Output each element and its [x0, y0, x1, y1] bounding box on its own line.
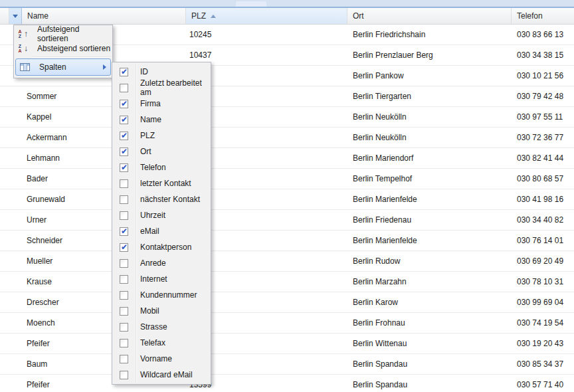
checkbox-icon[interactable] — [120, 371, 128, 379]
cell-ort: Berlin Spandau — [347, 359, 512, 369]
menu-item-sort-ascending[interactable]: AZ↑ Aufsteigend sortieren — [14, 27, 112, 41]
table-row[interactable]: Kappel Berlin Neukölln 030 97 55 11 — [0, 107, 574, 128]
column-toggle-item[interactable]: Kundennummer — [112, 287, 211, 303]
column-toggle-item[interactable]: Zuletzt bearbeitet am — [112, 80, 211, 96]
column-toggle-item[interactable]: letzter Kontakt — [112, 175, 211, 191]
column-toggle-label: Uhrzeit — [136, 211, 165, 220]
cell-telefon: 030 85 34 37 — [512, 359, 574, 369]
table-row[interactable]: Mueller Berlin Rudow 030 69 20 49 — [0, 251, 574, 272]
table-row[interactable]: Moench Berlin Frohnau 030 74 19 54 — [0, 313, 574, 334]
checkbox-icon[interactable] — [120, 275, 128, 284]
column-header-telefon[interactable]: Telefon — [512, 8, 574, 25]
checkbox-icon[interactable] — [120, 339, 128, 347]
table-row[interactable]: Pfeifer 13599 Berlin Spandau 030 57 71 4… — [0, 375, 574, 392]
column-toggle-label: Strasse — [136, 322, 167, 332]
column-header-plz[interactable]: PLZ — [186, 8, 347, 25]
checkbox-icon[interactable] — [120, 147, 128, 156]
cell-telefon: 030 80 68 57 — [512, 174, 574, 183]
column-toggle-label: nächster Kontakt — [136, 195, 200, 204]
checkbox-icon[interactable] — [120, 68, 128, 76]
column-toggle-label: Internet — [136, 274, 167, 284]
checkbox-icon[interactable] — [120, 227, 128, 236]
table-row[interactable]: Bader Berlin Tempelhof 030 80 68 57 — [0, 169, 574, 189]
checkbox-icon[interactable] — [120, 100, 128, 108]
table-row[interactable]: Sommer Berlin Tiergarten 030 79 42 48 — [0, 86, 574, 107]
column-toggle-item[interactable]: Anrede — [112, 255, 211, 271]
checkbox-gutter — [112, 287, 136, 303]
checkbox-icon[interactable] — [120, 307, 128, 316]
checkbox-gutter — [112, 64, 136, 80]
table-row[interactable]: Urner Berlin Friedenau 030 34 40 82 — [0, 210, 574, 231]
column-toggle-item[interactable]: Ort — [112, 144, 211, 159]
chevron-down-icon — [13, 15, 18, 18]
column-toggle-item[interactable]: ID — [112, 64, 211, 80]
cell-telefon: 030 57 71 40 — [512, 380, 574, 389]
checkbox-icon[interactable] — [120, 132, 128, 140]
column-toggle-item[interactable]: Wildcard eMail — [112, 367, 211, 383]
column-toggle-label: Anrede — [136, 258, 166, 268]
column-toggle-item[interactable]: Uhrzeit — [112, 207, 211, 223]
cell-telefon: 030 34 38 15 — [512, 50, 574, 60]
checkbox-icon[interactable] — [120, 163, 128, 172]
column-toggle-item[interactable]: nächster Kontakt — [112, 191, 211, 207]
checkbox-icon[interactable] — [120, 211, 128, 220]
checkbox-gutter — [112, 96, 136, 112]
column-toggle-item[interactable]: Telefon — [112, 159, 211, 175]
checkbox-icon[interactable] — [120, 291, 128, 300]
checkbox-icon[interactable] — [120, 84, 128, 92]
cell-ort: Berlin Spandau — [347, 380, 512, 389]
column-toggle-item[interactable]: Telefax — [112, 335, 211, 351]
table-row[interactable]: Drescher Berlin Karow 030 99 69 04 — [0, 292, 574, 313]
column-header-name[interactable]: Name — [22, 8, 186, 25]
column-toggle-label: Firma — [136, 99, 161, 108]
checkbox-icon[interactable] — [120, 323, 128, 332]
cell-telefon: 030 34 40 82 — [512, 215, 574, 225]
table-row[interactable]: Ackermann Berlin Neukölln 030 72 36 77 — [0, 128, 574, 148]
checkbox-gutter — [112, 367, 136, 383]
cell-telefon: 030 82 41 44 — [512, 153, 574, 163]
table-row[interactable]: Pfeifer Berlin Wittenau 030 19 20 43 — [0, 334, 574, 354]
checkbox-icon[interactable] — [120, 116, 128, 124]
column-toggle-item[interactable]: Strasse — [112, 319, 211, 335]
table-row[interactable]: Krause Berlin Marzahn 030 78 10 31 — [0, 272, 574, 292]
cell-ort: Berlin Marienfelde — [347, 195, 512, 204]
submenu-arrow-icon — [103, 64, 106, 70]
column-header-label: PLZ — [191, 11, 206, 21]
column-toggle-item[interactable]: Vorname — [112, 351, 211, 367]
column-toggle-item[interactable]: Name — [112, 112, 211, 128]
checkbox-icon[interactable] — [120, 355, 128, 363]
column-toggle-item[interactable]: Internet — [112, 271, 211, 287]
checkbox-gutter — [112, 144, 136, 159]
column-options-button[interactable] — [9, 8, 22, 25]
sort-descending-icon: ZA↓ — [14, 43, 31, 54]
column-toggle-item[interactable]: Kontaktperson — [112, 239, 211, 255]
column-toggle-label: Kundennummer — [136, 290, 197, 300]
menu-item-columns[interactable]: Spalten — [15, 58, 111, 76]
column-toggle-item[interactable]: eMail — [112, 223, 211, 239]
column-header-ort[interactable]: Ort — [347, 8, 512, 25]
column-header-label: Name — [27, 11, 48, 21]
cell-ort: Berlin Prenzlauer Berg — [347, 50, 512, 60]
column-toggle-item[interactable]: PLZ — [112, 128, 211, 144]
table-row[interactable]: Schneider Berlin Marienfelde 030 76 14 0… — [0, 231, 574, 251]
cell-plz: 10245 — [186, 30, 347, 39]
checkbox-gutter — [112, 175, 136, 191]
checkbox-icon[interactable] — [120, 259, 128, 268]
checkbox-gutter — [112, 239, 136, 255]
checkbox-icon[interactable] — [120, 195, 128, 204]
menu-item-sort-descending[interactable]: ZA↓ Absteigend sortieren — [14, 41, 112, 56]
checkbox-gutter — [112, 255, 136, 271]
cell-telefon: 030 19 20 43 — [512, 339, 574, 348]
table-row[interactable]: Grunewald Berlin Marienfelde 030 41 98 1… — [0, 189, 574, 210]
table-row[interactable]: Lehmann Berlin Mariendorf 030 82 41 44 — [0, 148, 574, 169]
checkbox-icon[interactable] — [120, 179, 128, 188]
cell-telefon: 030 99 69 04 — [512, 298, 574, 307]
menu-item-label: Aufsteigend sortieren — [31, 25, 112, 43]
column-toggle-label: eMail — [136, 227, 159, 236]
cell-plz: 10437 — [186, 50, 347, 60]
table-row[interactable]: Baum Berlin Spandau 030 85 34 37 — [0, 354, 574, 375]
column-toggle-item[interactable]: Firma — [112, 96, 211, 112]
menu-item-label: Spalten — [33, 62, 66, 72]
column-toggle-item[interactable]: Mobil — [112, 303, 211, 319]
checkbox-icon[interactable] — [120, 243, 128, 252]
